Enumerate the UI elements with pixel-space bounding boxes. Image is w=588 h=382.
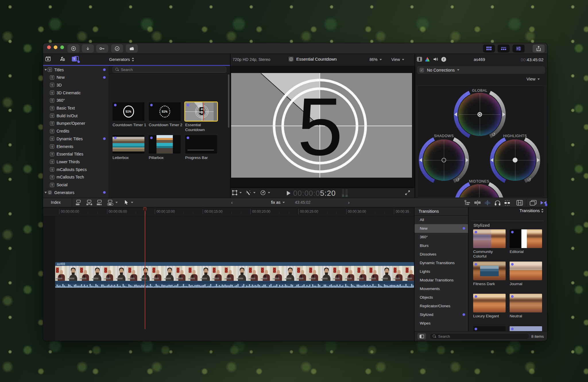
transform-tool[interactable] <box>232 190 242 195</box>
transition-item-journal[interactable]: Journal <box>510 262 542 286</box>
sidebar-item-3d[interactable]: T3D <box>43 81 109 89</box>
transitions-category-wipes[interactable]: Wipes <box>415 319 468 328</box>
generator-thumb-letterbox[interactable] <box>113 135 144 153</box>
transitions-category-modular-transitions[interactable]: Modular Transitions <box>415 276 468 285</box>
timeline-toggle[interactable] <box>498 45 510 53</box>
inspector-info-icon[interactable]: i <box>441 57 446 62</box>
transitions-category-dynamic-transitions[interactable]: Dynamic Transitions <box>415 259 468 267</box>
transitions-category-dissolves[interactable]: Dissolves <box>415 250 468 259</box>
generator-thumb-ring1[interactable]: 51% <box>113 102 144 121</box>
generator-thumb-progress[interactable] <box>185 135 217 153</box>
browser-scrollbar[interactable] <box>228 74 229 128</box>
sidebar-item-lower-thirds[interactable]: TLower Thirds <box>43 158 109 166</box>
backward-nav[interactable]: ‹ <box>231 200 233 206</box>
share-button[interactable] <box>533 45 545 53</box>
index-button[interactable]: Index <box>51 200 61 205</box>
forward-nav[interactable]: › <box>348 200 350 206</box>
generator-thumb-countdown[interactable]: 5 <box>185 102 217 121</box>
media-library-icon[interactable] <box>45 56 52 62</box>
browser-toggle[interactable] <box>483 45 495 53</box>
titles-generators-icon[interactable]: T <box>72 56 79 62</box>
enhance-tool[interactable] <box>245 190 256 195</box>
viewer-zoom-menu[interactable]: 86% <box>370 57 382 62</box>
project-menu[interactable]: fix as <box>271 200 285 205</box>
sidebar-item-mcallouts-tech[interactable]: TmCallouts Tech <box>43 173 109 181</box>
import-button[interactable] <box>82 44 94 53</box>
transitions-category-new[interactable]: New <box>415 224 468 233</box>
sidebar-item-credits[interactable]: TCredits <box>43 127 109 135</box>
transitions-category-stylized[interactable]: Stylized <box>415 310 468 319</box>
corrections-checkbox[interactable]: ✓ <box>419 68 424 72</box>
sidebar-item-bumper-opener[interactable]: TBumper/Opener <box>43 120 109 127</box>
retime-tool[interactable] <box>260 190 270 195</box>
marker-tool-icon[interactable] <box>463 200 471 206</box>
inspector-color-icon[interactable] <box>425 57 430 62</box>
corrections-menu[interactable]: ✓ No Corrections <box>417 66 545 74</box>
add-button[interactable] <box>67 44 80 53</box>
transitions-category-all[interactable]: All <box>415 216 468 224</box>
sidebar-item-essential-titles[interactable]: TEssential Titles <box>43 150 109 158</box>
sidebar-item-new[interactable]: TNew <box>43 74 109 81</box>
transition-item-community-colorful[interactable]: Community Colorful <box>473 229 506 259</box>
transition-item-editorial[interactable]: Editorial <box>510 229 542 254</box>
append-edit-icon[interactable] <box>96 200 103 206</box>
photos-audio-icon[interactable] <box>58 56 65 62</box>
sidebar-item-360-[interactable]: T360° <box>43 97 109 104</box>
viewer-view-menu[interactable]: View <box>391 57 404 62</box>
close-button[interactable] <box>47 45 51 49</box>
wheel-arrow-left[interactable] <box>454 112 457 116</box>
wheel-arrow-left[interactable] <box>490 158 493 162</box>
sidebar-item-build-in-out[interactable]: TBuild In/Out <box>43 112 109 120</box>
transitions-category-movements[interactable]: Movements <box>415 285 468 293</box>
audio-meters[interactable] <box>342 189 348 197</box>
sidebar-toggle-icon[interactable] <box>417 333 426 339</box>
play-button[interactable] <box>287 191 291 195</box>
fullscreen-icon[interactable] <box>405 190 410 195</box>
effects-browser-icon[interactable] <box>516 200 523 206</box>
transitions-category-360-[interactable]: 360° <box>415 233 468 241</box>
sidebar-item-elements[interactable]: TElements <box>43 143 109 150</box>
sidebar-item-dynamic-titles[interactable]: TDynamic Titles <box>43 135 109 143</box>
inspector-audio-icon[interactable] <box>433 57 438 62</box>
key-button[interactable] <box>96 44 108 53</box>
sidebar-item-generators[interactable]: 2Generators <box>43 189 109 196</box>
overwrite-edit-icon[interactable] <box>107 200 118 206</box>
solo-icon[interactable] <box>494 200 501 206</box>
snapping-icon[interactable] <box>504 200 511 206</box>
inspector-toggle[interactable] <box>512 45 525 53</box>
insert-edit-icon[interactable] <box>86 200 93 206</box>
transitions-category-lights[interactable]: Lights <box>415 267 468 276</box>
transition-item-neutral[interactable]: Neutral <box>510 294 542 318</box>
trim-tool-icon[interactable] <box>474 200 481 206</box>
sidebar-item-titles[interactable]: TTitles <box>43 66 109 74</box>
transitions-category-blurs[interactable]: Blurs <box>415 241 468 250</box>
transition-item-luxury-elegant[interactable]: Luxury Elegant <box>473 294 506 318</box>
wheel-reset-button[interactable]: ↺ <box>527 177 531 183</box>
browser-pane-title[interactable]: Generators <box>109 57 134 62</box>
sidebar-item-basic-text[interactable]: TBasic Text <box>43 104 109 112</box>
generator-thumb-ring2[interactable]: 51% <box>149 102 181 121</box>
transition-item-partiala[interactable] <box>473 326 506 331</box>
transitions-category-replicator-clones[interactable]: Replicator/Clones <box>415 302 468 310</box>
transitions-browser-icon[interactable] <box>540 200 547 206</box>
transitions-search-input[interactable]: Search <box>430 333 529 339</box>
search-input[interactable]: Search <box>113 66 226 73</box>
transitions-grid-title[interactable]: Transitions <box>520 208 544 213</box>
sidebar-item-mcallouts-specs[interactable]: TmCallouts Specs <box>43 166 109 173</box>
wheel-arrow-right[interactable] <box>466 158 469 162</box>
inspector-video-icon[interactable] <box>417 57 422 62</box>
tool-menu[interactable] <box>124 200 133 205</box>
sidebar-item-social[interactable]: TSocial <box>43 181 109 189</box>
playhead[interactable] <box>145 207 145 329</box>
wheel-arrow-right[interactable] <box>502 112 505 116</box>
check-button[interactable] <box>111 44 123 53</box>
transition-item-fitness-dark[interactable]: Fitness Dark <box>473 262 506 286</box>
zoom-button[interactable] <box>60 45 64 49</box>
generator-thumb-pillarbox[interactable] <box>149 135 181 153</box>
transition-item-partialb[interactable] <box>510 326 542 331</box>
wheel-arrow-left[interactable] <box>419 158 422 162</box>
minimize-button[interactable] <box>54 45 57 49</box>
wheel-arrow-right[interactable] <box>537 158 540 162</box>
audio-skim-icon[interactable] <box>484 200 491 206</box>
timeline-ruler[interactable]: 00:00:00:0000:00:05:0000:00:10:0000:00:1… <box>43 207 414 216</box>
